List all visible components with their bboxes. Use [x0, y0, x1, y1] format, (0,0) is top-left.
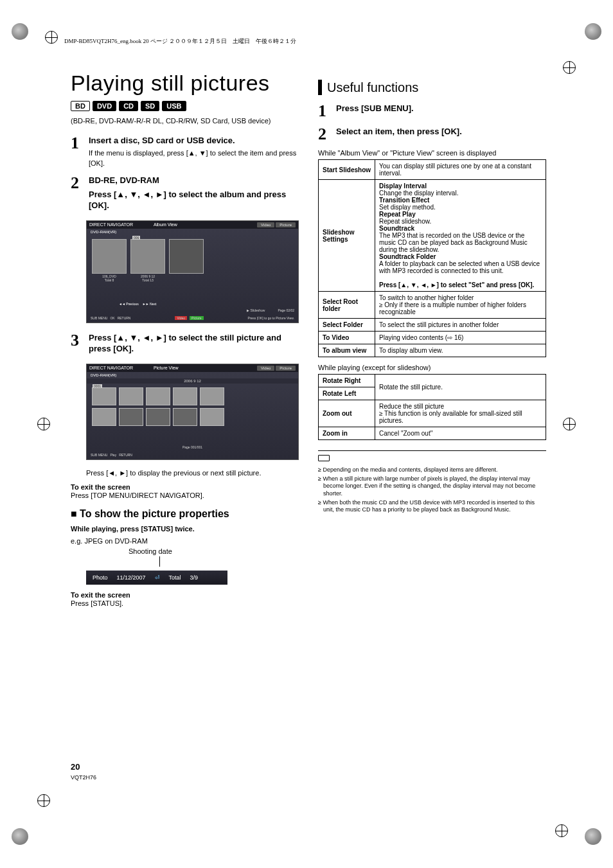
- row-label: Rotate Left: [319, 387, 375, 400]
- date-band: 2006 9 12: [87, 378, 298, 384]
- note-icon: [318, 455, 330, 461]
- thumbnail: [200, 387, 224, 405]
- exit-label-2: To exit the screen: [71, 591, 299, 599]
- row-body: Cancel "Zoom out": [375, 427, 546, 440]
- properties-eg: e.g. JPEG on DVD-RAM: [71, 536, 299, 546]
- picture-button: Picture: [190, 316, 204, 320]
- source-label: DVD-RAM(VR): [87, 372, 298, 378]
- table-row: Start SlideshowYou can display still pic…: [319, 160, 546, 180]
- table-row: To album viewTo display album view.: [319, 344, 546, 357]
- row-body: Reduce the still picture≥ This function …: [375, 400, 546, 427]
- row-label: Select Root folder: [319, 292, 375, 319]
- row-body: Rotate the still picture.: [375, 375, 546, 400]
- row-label: Select Folder: [319, 319, 375, 332]
- properties-heading: To show the picture properties: [71, 508, 299, 520]
- pointer-line: [159, 556, 299, 567]
- table-row: Select FolderTo select the still picture…: [319, 319, 546, 332]
- badge-usb: USB: [162, 101, 186, 111]
- page-indicator: Page 02/02: [278, 308, 294, 312]
- step-1-sub: If the menu is displayed, press [▲, ▼] t…: [89, 148, 299, 168]
- table-row: Zoom inCancel "Zoom out": [319, 427, 546, 440]
- video-button: Video: [175, 316, 187, 320]
- tab-video: Video: [257, 366, 274, 371]
- photo-label: Photo: [93, 574, 108, 581]
- print-blob: [12, 828, 28, 845]
- tab-picture: Picture: [276, 222, 296, 227]
- uf-step-2-text: Select an item, then press [OK].: [336, 126, 546, 137]
- uf-step-1-text: Press [SUB MENU].: [336, 103, 546, 114]
- row-label: To album view: [319, 344, 375, 357]
- registration-mark: [37, 418, 50, 430]
- useful-functions-heading: Useful functions: [318, 80, 546, 95]
- ok-label: OK: [110, 316, 114, 320]
- left-column: Playing still pictures BD DVD CD SD USB …: [71, 71, 299, 608]
- row-label: Slideshow Settings: [319, 180, 375, 292]
- step-3-note: Press [◄, ►] to display the previous or …: [86, 469, 299, 477]
- tab-video: Video: [257, 222, 274, 227]
- registration-mark: [563, 61, 576, 74]
- step-3-heading: Press [▲, ▼, ◄, ►] to select the still p…: [89, 332, 299, 355]
- properties-bar: Photo 11/12/2007 ⏎ Total 3/9: [86, 571, 227, 585]
- right-column: Useful functions 1 Press [SUB MENU]. 2 S…: [318, 71, 546, 608]
- registration-mark: [563, 418, 576, 430]
- step-1: 1 Insert a disc, SD card or USB device. …: [71, 135, 299, 168]
- exit-label: To exit the screen: [71, 483, 299, 491]
- table-row: Select Root folderTo switch to another h…: [319, 292, 546, 319]
- table-row: To VideoPlaying video contents (⇨ 16): [319, 332, 546, 344]
- heading-text: Useful functions: [327, 80, 418, 95]
- nav-title: DIRECT NAVIGATOR: [89, 222, 133, 227]
- photo-date: 11/12/2007: [117, 574, 146, 581]
- source-label: DVD-RAM(VR): [87, 229, 298, 235]
- exit-body: Press [TOP MENU/DIRECT NAVIGATOR].: [71, 491, 299, 500]
- divider: [318, 450, 546, 451]
- registration-mark: [555, 824, 568, 837]
- sub-menu-label: SUB MENU: [91, 453, 107, 457]
- row-body: To display album view.: [375, 344, 546, 357]
- print-blob: [12, 23, 28, 40]
- footnote-line: ≥ Depending on the media and contents, d…: [318, 466, 546, 474]
- uf-step-1: 1 Press [SUB MENU].: [318, 103, 546, 120]
- print-blob: [585, 23, 601, 40]
- row-body: You can display still pictures one by on…: [375, 160, 546, 180]
- thumbnail: [119, 387, 143, 405]
- return-label: RETURN: [118, 316, 131, 320]
- album-view-screenshot: DIRECT NAVIGATOR Album View Video Pictur…: [86, 220, 299, 323]
- table-row: Slideshow SettingsDisplay IntervalChange…: [319, 180, 546, 292]
- hint-text: Press [OK] to go to Picture View.: [248, 316, 294, 320]
- step-number: 1: [71, 135, 84, 168]
- badge-sd: SD: [141, 101, 159, 111]
- media-badges: BD DVD CD SD USB: [71, 101, 299, 111]
- view-mode: Album View: [154, 222, 177, 227]
- prev-button: ◄◄ Previous: [119, 302, 139, 306]
- row-body: Playing video contents (⇨ 16): [375, 332, 546, 344]
- album-tile-2: 006 2006 9 12 Total 13: [130, 239, 165, 274]
- step-1-heading: Insert a disc, SD card or USB device.: [89, 135, 299, 146]
- footnote-line: ≥ When a still picture with large number…: [318, 475, 546, 498]
- row-label: Zoom in: [319, 427, 375, 440]
- book-header-line: DMP-BD85VQT2H76_eng.book 20 ページ ２００９年１２月…: [64, 37, 296, 46]
- footnote-line: ≥ When both the music CD and the USB dev…: [318, 499, 546, 514]
- return-label: RETURN: [119, 453, 132, 457]
- step-2: 2 BD-RE, DVD-RAM Press [▲, ▼, ◄, ►] to s…: [71, 175, 299, 214]
- thumbnail: 0001: [92, 387, 116, 405]
- step-number: 1: [318, 103, 331, 120]
- thumb-badge: 0001: [93, 384, 102, 388]
- sub-menu-label: SUB MENU: [91, 316, 107, 320]
- thumbnail: [146, 387, 170, 405]
- row-label: Start Slideshow: [319, 160, 375, 180]
- row-body: To select the still pictures in another …: [375, 319, 546, 332]
- thumbnail: [200, 408, 224, 426]
- page-number: 20: [71, 762, 80, 772]
- registration-mark: [37, 794, 50, 807]
- compatible-media-note: (BD-RE, DVD-RAM/-R/-R DL, CD-R/RW, SD Ca…: [71, 116, 299, 126]
- thumbnail: [119, 408, 143, 426]
- play-label: Play: [110, 453, 116, 457]
- tab-picture: Picture: [276, 366, 296, 371]
- heading-bar-icon: [318, 80, 322, 95]
- slideshow-hint: ▶ Slideshow: [247, 308, 265, 312]
- step-2-media: BD-RE, DVD-RAM: [89, 175, 299, 186]
- uf-step-2: 2 Select an item, then press [OK].: [318, 126, 546, 143]
- page-indicator: Page 001/001: [182, 445, 202, 449]
- row-label: Rotate Right: [319, 375, 375, 387]
- next-button: ►► Next: [143, 302, 157, 306]
